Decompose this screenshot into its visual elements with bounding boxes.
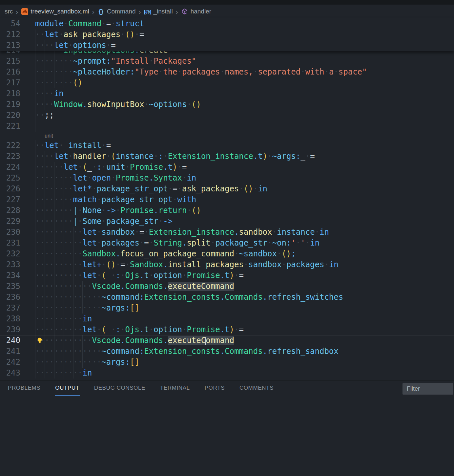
code-token: let bbox=[83, 238, 97, 248]
code-token: ~options bbox=[149, 100, 187, 109]
line-number[interactable]: 238 bbox=[0, 314, 20, 324]
code-line-238[interactable]: 238··········in bbox=[0, 314, 454, 324]
code-token: ) bbox=[263, 152, 267, 161]
quickfix-lightbulb-icon[interactable] bbox=[36, 337, 43, 345]
line-number[interactable]: 227 bbox=[0, 194, 20, 205]
code-line-234[interactable]: 234··········let·(_·:·Ojs.t·option·Promi… bbox=[0, 270, 454, 281]
line-number[interactable]: 233 bbox=[0, 259, 20, 270]
line-number[interactable]: 231 bbox=[0, 238, 20, 249]
panel-tab-debug-console[interactable]: DEBUG CONSOLE bbox=[94, 381, 146, 396]
code-line-213[interactable]: 213····let·options·= bbox=[0, 40, 454, 51]
panel-content bbox=[0, 396, 454, 476]
code-line-227[interactable]: 227········match·package_str_opt·with bbox=[0, 194, 454, 205]
line-number[interactable]: 237 bbox=[0, 303, 20, 314]
code-token: Window bbox=[54, 100, 83, 109]
line-number[interactable]: 219 bbox=[0, 99, 20, 110]
panel-tab-ports[interactable]: PORTS bbox=[204, 381, 225, 396]
line-number[interactable]: 240 bbox=[0, 335, 20, 346]
code-token: t bbox=[144, 325, 149, 334]
code-line-236[interactable]: 236··············~command:Extension_cons… bbox=[0, 292, 454, 303]
code-token: · bbox=[92, 162, 96, 172]
code-line-223[interactable]: 223····let·handler·(instance·:·Extension… bbox=[0, 151, 454, 162]
line-number[interactable]: 239 bbox=[0, 324, 20, 335]
code-line-216[interactable]: 216········~placeHolder:"Type·the·packag… bbox=[0, 67, 454, 77]
code-token: · bbox=[111, 325, 115, 334]
line-number[interactable]: 236 bbox=[0, 292, 20, 303]
code-line-240[interactable]: 240············Vscode.Commands.executeCo… bbox=[0, 335, 454, 346]
panel-tab-problems[interactable]: PROBLEMS bbox=[8, 381, 41, 396]
panel-tab-comments[interactable]: COMMENTS bbox=[239, 381, 274, 396]
code-line-226[interactable]: 226········let*·package_str_opt·=·ask_pa… bbox=[0, 184, 454, 194]
code-line-219[interactable]: 219····Window.showInputBox·~options·() bbox=[0, 99, 454, 110]
code-line-232[interactable]: 232··········Sandbox.focus_on_package_co… bbox=[0, 249, 454, 259]
breadcrumb-item-src[interactable]: src bbox=[5, 8, 13, 15]
code-line-217[interactable]: 217········() bbox=[0, 77, 454, 88]
line-number[interactable]: 212 bbox=[0, 29, 20, 40]
code-line-235[interactable]: 235············Vscode.Commands.executeCo… bbox=[0, 281, 454, 292]
code-line-224[interactable]: 224······let·(_·:·unit·Promise.t)·= bbox=[0, 162, 454, 173]
line-number[interactable]: 218 bbox=[0, 88, 20, 99]
editor[interactable]: 214······InputBoxOptions.create215······… bbox=[0, 0, 454, 380]
code-line-220[interactable]: 220··;; bbox=[0, 110, 454, 121]
line-number[interactable]: 213 bbox=[0, 40, 20, 51]
code-line-221[interactable]: 221 bbox=[0, 121, 454, 132]
line-number[interactable]: 222 bbox=[0, 140, 20, 151]
code-token: space" bbox=[339, 67, 367, 76]
line-number[interactable]: 232 bbox=[0, 249, 20, 259]
code-token: . bbox=[139, 325, 144, 334]
code-line-239[interactable]: 239··········let·(_·:·Ojs.t·option·Promi… bbox=[0, 324, 454, 335]
line-number[interactable]: 221 bbox=[0, 121, 20, 132]
code-token: . bbox=[116, 249, 120, 258]
panel-tab-output[interactable]: OUTPUT bbox=[55, 381, 79, 396]
line-number[interactable]: 234 bbox=[0, 270, 20, 281]
code-line-218[interactable]: 218····in bbox=[0, 88, 454, 99]
line-number[interactable]: 235 bbox=[0, 281, 20, 292]
line-number[interactable]: 216 bbox=[0, 67, 20, 77]
code-line-242[interactable]: 242··············~args:[] bbox=[0, 357, 454, 368]
line-number[interactable]: 241 bbox=[0, 346, 20, 357]
sticky-scroll[interactable]: 54module·Command·=·struct212··let·ask_pa… bbox=[0, 18, 454, 51]
line-number[interactable]: 243 bbox=[0, 368, 20, 379]
line-number[interactable]: 54 bbox=[0, 18, 20, 29]
line-number[interactable]: 223 bbox=[0, 151, 20, 162]
line-number[interactable]: 220 bbox=[0, 110, 20, 121]
line-number[interactable]: 225 bbox=[0, 173, 20, 184]
code-line-237[interactable]: 237··············~args:[] bbox=[0, 303, 454, 314]
code-token: ···· bbox=[35, 152, 54, 161]
filter-input[interactable] bbox=[402, 383, 453, 395]
breadcrumb-item-handler[interactable]: handler bbox=[181, 8, 211, 15]
line-number[interactable]: 226 bbox=[0, 184, 20, 194]
breadcrumb-item--install[interactable]: [@]_install bbox=[144, 8, 173, 15]
panel-tab-terminal[interactable]: TERMINAL bbox=[160, 381, 190, 396]
code-token: String bbox=[154, 238, 182, 248]
line-number[interactable]: 217 bbox=[0, 77, 20, 88]
code-line-233[interactable]: 233··········let+·()·=·Sandbox.install_p… bbox=[0, 259, 454, 270]
code-line-228[interactable]: 228········|·None·->·Promise.return·() bbox=[0, 205, 454, 216]
code-line-222[interactable]: 222··let·_install·= bbox=[0, 140, 454, 151]
code-line-229[interactable]: 229········|·Some·package_str·-> bbox=[0, 216, 454, 227]
code-token: ' bbox=[291, 238, 296, 248]
line-number[interactable]: 224 bbox=[0, 162, 20, 173]
code-line-230[interactable]: 230··········let·sandbox·=·Extension_ins… bbox=[0, 227, 454, 238]
line-number[interactable]: 229 bbox=[0, 216, 20, 227]
code-text: ··let·ask_packages·()·= bbox=[35, 29, 144, 40]
breadcrumb-item-command[interactable]: {}Command bbox=[97, 8, 136, 15]
code-line-243[interactable]: 243··········in bbox=[0, 368, 454, 379]
line-number[interactable]: 230 bbox=[0, 227, 20, 238]
code-token: ········ bbox=[35, 184, 73, 193]
code-line-241[interactable]: 241··············~command:Extension_cons… bbox=[0, 346, 454, 357]
code-token: · bbox=[97, 271, 101, 280]
line-number[interactable]: 228 bbox=[0, 205, 20, 216]
code-line-212[interactable]: 212··let·ask_packages·()·= bbox=[0, 29, 454, 40]
code-token: ·· bbox=[35, 141, 45, 150]
breadcrumb-item-treeview-sandbox-ml[interactable]: treeview_sandbox.ml bbox=[21, 8, 89, 15]
code-token: Promise bbox=[187, 271, 220, 280]
code-line-215[interactable]: 215········~prompt:"Install·Packages" bbox=[0, 56, 454, 67]
code-token: packages bbox=[182, 67, 220, 76]
line-number[interactable]: 215 bbox=[0, 56, 20, 67]
code-line-231[interactable]: 231··········let·packages·=·String.split… bbox=[0, 238, 454, 249]
code-token: · bbox=[300, 67, 305, 76]
code-line-54[interactable]: 54module·Command·=·struct bbox=[0, 18, 454, 29]
code-line-225[interactable]: 225········let·open·Promise.Syntax·in bbox=[0, 173, 454, 184]
line-number[interactable]: 242 bbox=[0, 357, 20, 368]
